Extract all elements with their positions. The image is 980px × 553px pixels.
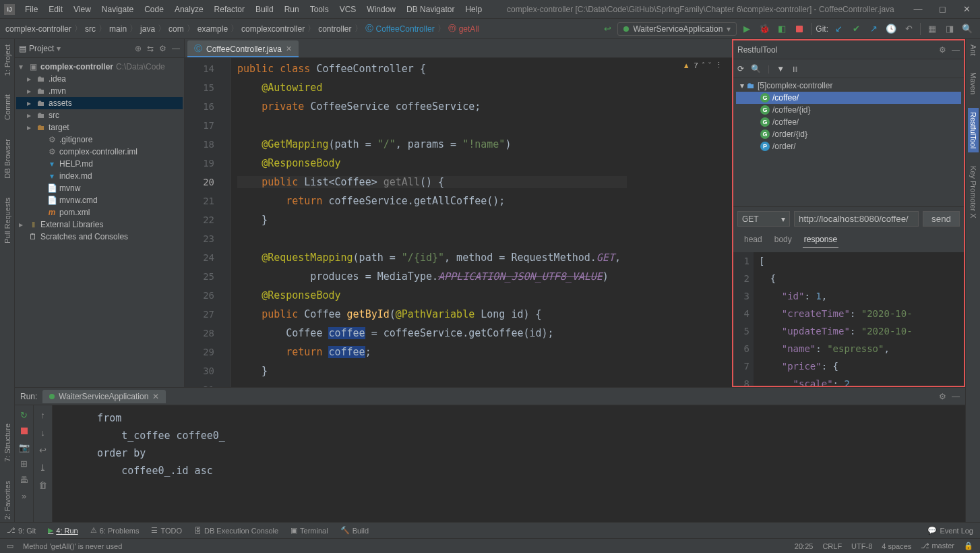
rail-restfultool[interactable]: RestfulTool	[968, 108, 979, 152]
menu-refactor[interactable]: Refactor	[210, 3, 249, 16]
bars-icon[interactable]: ⫼	[791, 64, 799, 74]
breadcrumb-item[interactable]: main	[109, 24, 127, 34]
git-push-button[interactable]: ↗	[866, 22, 881, 36]
restful-tree[interactable]: ▾🖿[5]complex-controller G/coffee/ G/coff…	[733, 78, 964, 206]
editor-tab[interactable]: Ⓒ CoffeeController.java ✕	[187, 40, 299, 57]
coverage-button[interactable]: ◧	[774, 22, 789, 36]
rerun-button[interactable]: ↻	[19, 409, 30, 420]
hide-icon[interactable]: —	[172, 44, 180, 53]
menu-window[interactable]: Window	[362, 3, 400, 16]
tab-response[interactable]: response	[803, 232, 838, 248]
close-tab-icon[interactable]: ✕	[286, 45, 292, 53]
ide-settings-button[interactable]: ◨	[942, 22, 957, 36]
editor-inspection-widget[interactable]: ▲ 7 ˆˇ⋮	[683, 61, 723, 69]
send-button[interactable]: send	[923, 211, 960, 227]
menu-edit[interactable]: Edit	[44, 3, 67, 16]
up-icon[interactable]: ↑	[38, 409, 49, 420]
menu-view[interactable]: View	[69, 3, 96, 16]
tree-folder-idea[interactable]: ▸🖿.idea	[16, 73, 183, 85]
breadcrumb-item[interactable]: java	[140, 24, 155, 34]
rail-project[interactable]: 1: Project	[3, 42, 11, 78]
git-branch[interactable]: ⎇ master	[921, 542, 954, 550]
url-input[interactable]	[794, 211, 919, 227]
indent-setting[interactable]: 4 spaces	[882, 542, 911, 550]
breadcrumb-method[interactable]: getAll	[459, 24, 479, 34]
menu-vcs[interactable]: VCS	[335, 3, 361, 16]
lock-icon[interactable]: 🔒	[964, 542, 973, 550]
rail-pullrequests[interactable]: Pull Requests	[3, 195, 11, 246]
restful-response[interactable]: 12345678 [ { "id": 1, "createTime": "202…	[733, 252, 964, 386]
menu-analyze[interactable]: Analyze	[170, 3, 208, 16]
search-everywhere-button[interactable]: 🔍	[960, 22, 975, 36]
layout-icon[interactable]: ⊞	[19, 458, 30, 469]
run-tab[interactable]: WaiterServiceApplication ✕	[42, 390, 166, 403]
http-method-select[interactable]: GET▾	[737, 211, 790, 227]
rail-maven[interactable]: Maven	[969, 69, 977, 97]
bottom-eventlog[interactable]: 💬Event Log	[927, 526, 973, 535]
hide-icon[interactable]: —	[952, 392, 960, 401]
rail-commit[interactable]: Commit	[3, 92, 11, 123]
tree-folder-assets[interactable]: ▸🖿assets	[16, 97, 183, 109]
stop-button[interactable]	[792, 22, 807, 36]
bottom-build[interactable]: 🔨Build	[340, 526, 369, 535]
bottom-run[interactable]: ▶4: Run	[48, 526, 78, 535]
menu-help[interactable]: Help	[460, 3, 487, 16]
tree-folder-src[interactable]: ▸🖿src	[16, 109, 183, 121]
line-gutter[interactable]: 141516171819202122232425262728293031	[185, 58, 218, 387]
git-update-button[interactable]: ↙	[831, 22, 846, 36]
tree-scratches[interactable]: 🗒Scratches and Consoles	[16, 231, 183, 243]
tree-folder-target[interactable]: ▸🖿target	[16, 121, 183, 134]
code-area[interactable]: public class CoffeeController { @Autowir…	[231, 58, 732, 387]
breadcrumb-item[interactable]: com	[169, 24, 184, 34]
rest-tree-root[interactable]: ▾🖿[5]complex-controller	[736, 80, 961, 92]
tree-file-indexmd[interactable]: ▾index.md	[16, 170, 183, 182]
stop-button[interactable]	[19, 426, 30, 436]
git-history-button[interactable]: 🕓	[884, 22, 898, 36]
response-body[interactable]: [ { "id": 1, "createTime": "2020-10- "up…	[754, 252, 964, 386]
run-config-selector[interactable]: WaiterServiceApplication ▾	[617, 22, 737, 36]
rail-favorites[interactable]: 2: Favorites	[3, 478, 11, 522]
scroll-icon[interactable]: ⤓	[38, 462, 49, 473]
breadcrumb-class[interactable]: CoffeeController	[376, 24, 435, 34]
menu-code[interactable]: Code	[140, 3, 169, 16]
bottom-todo[interactable]: ☰TODO	[151, 526, 182, 535]
bottom-problems[interactable]: ⚠6: Problems	[90, 526, 140, 535]
filter-icon[interactable]: ▼	[776, 64, 785, 74]
more-icon[interactable]: »	[19, 490, 30, 501]
target-icon[interactable]: ⊕	[135, 44, 142, 53]
down-icon[interactable]: ↓	[38, 427, 49, 438]
menu-file[interactable]: File	[20, 3, 42, 16]
rest-endpoint[interactable]: G/order/{id}	[736, 128, 961, 140]
rest-endpoint[interactable]: G/coffee/	[736, 92, 961, 104]
rest-endpoint[interactable]: G/coffee/{id}	[736, 104, 961, 116]
rest-endpoint[interactable]: P/order/	[736, 140, 961, 152]
gear-icon[interactable]: ⚙	[939, 45, 946, 55]
status-icon[interactable]: ▭	[7, 542, 13, 550]
clear-icon[interactable]: 🗑	[38, 479, 49, 490]
tree-folder-mvn[interactable]: ▸🖿.mvn	[16, 85, 183, 97]
project-structure-button[interactable]: ▦	[925, 22, 940, 36]
run-button[interactable]: ▶	[739, 22, 754, 36]
close-icon[interactable]: ✕	[152, 392, 159, 401]
run-console[interactable]: from t_coffee coffee0_ order by coffee0_…	[53, 405, 965, 522]
fold-gutter[interactable]	[218, 58, 231, 387]
project-tree[interactable]: ▾ ▣ complex-controller C:\Data\Code ▸🖿.i…	[15, 58, 184, 387]
close-button[interactable]: ✕	[957, 2, 976, 17]
tree-extlib[interactable]: ▸⫴External Libraries	[16, 219, 183, 231]
breadcrumb-item[interactable]: complex-controller	[5, 24, 71, 34]
git-commit-button[interactable]: ✔	[849, 22, 863, 36]
debug-button[interactable]: 🐞	[757, 22, 772, 36]
cursor-position[interactable]: 20:25	[795, 542, 814, 550]
menu-tools[interactable]: Tools	[305, 3, 334, 16]
tree-file-helpmd[interactable]: ▾HELP.md	[16, 158, 183, 170]
expand-icon[interactable]: ⇆	[147, 44, 154, 53]
bottom-terminal[interactable]: ▣Terminal	[290, 526, 328, 535]
menu-navigate[interactable]: Navigate	[97, 3, 138, 16]
search-icon[interactable]: 🔍	[751, 64, 761, 74]
line-separator[interactable]: CRLF	[822, 542, 842, 550]
rail-keypromoter[interactable]: Key Promoter X	[969, 163, 977, 221]
menu-run[interactable]: Run	[280, 3, 304, 16]
breadcrumb-item[interactable]: complexcontroller	[241, 24, 305, 34]
breadcrumb[interactable]: complex-controller〉 src〉 main〉 java〉 com…	[5, 23, 479, 34]
refresh-icon[interactable]: ⟳	[737, 64, 744, 74]
